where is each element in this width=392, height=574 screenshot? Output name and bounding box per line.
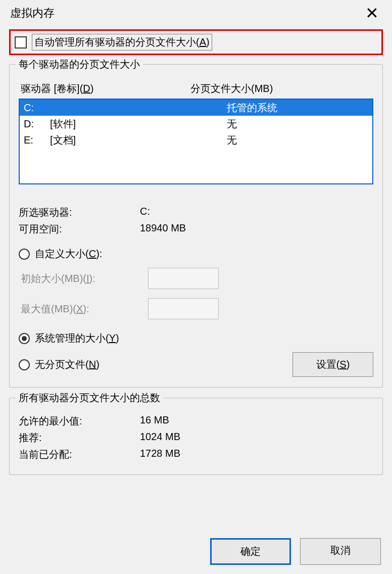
set-button[interactable]: 设置(S) <box>292 352 373 377</box>
radio-no-paging[interactable]: 无分页文件(N) <box>19 358 100 371</box>
drive-size: 无 <box>227 117 372 131</box>
drive-size: 无 <box>227 133 372 147</box>
drive-row-c[interactable]: C: 托管的系统 <box>20 100 372 116</box>
radio-custom-label: 自定义大小(C): <box>35 247 102 261</box>
allocated-row: 当前已分配: 1728 MB <box>19 448 373 461</box>
free-space-label: 可用空间: <box>19 222 140 236</box>
drive-row-e[interactable]: E: [文档] 无 <box>20 132 372 148</box>
drive-letter: D: <box>20 118 50 130</box>
radio-custom-size[interactable]: 自定义大小(C): <box>19 247 373 261</box>
radio-system-label: 系统管理的大小(Y) <box>35 331 119 345</box>
header-drive: 驱动器 [卷标](D) <box>19 82 190 95</box>
drive-label: [软件] <box>50 117 227 131</box>
radio-none-label: 无分页文件(N) <box>35 358 100 371</box>
min-allowed-row: 允许的最小值: 16 MB <box>19 414 373 428</box>
header-size: 分页文件大小(MB) <box>190 82 373 95</box>
per-drive-legend: 每个驱动器的分页文件大小 <box>16 58 143 71</box>
totals-legend: 所有驱动器分页文件大小的总数 <box>16 391 163 405</box>
drive-letter: E: <box>20 134 50 146</box>
recommended-row: 推荐: 1024 MB <box>19 431 373 445</box>
ok-button[interactable]: 确定 <box>210 538 291 565</box>
recommended-label: 推荐: <box>19 431 140 445</box>
totals-group: 所有驱动器分页文件大小的总数 允许的最小值: 16 MB 推荐: 1024 MB… <box>9 398 383 475</box>
selected-drive-label: 所选驱动器: <box>19 206 140 219</box>
drive-listbox[interactable]: C: 托管的系统 D: [软件] 无 E: [文档] 无 <box>19 99 373 184</box>
virtual-memory-dialog: 虚拟内存 ✕ 自动管理所有驱动器的分页文件大小(A) 每个驱动器的分页文件大小 … <box>0 0 392 574</box>
auto-manage-highlight: 自动管理所有驱动器的分页文件大小(A) <box>9 29 383 55</box>
allocated-value: 1728 MB <box>140 448 373 461</box>
recommended-value: 1024 MB <box>140 431 373 445</box>
dialog-button-row: 确定 取消 <box>210 538 381 565</box>
drive-row-d[interactable]: D: [软件] 无 <box>20 116 372 132</box>
initial-size-label: 初始大小(MB)(I): <box>19 272 148 285</box>
radio-icon <box>19 333 30 344</box>
max-size-row: 最大值(MB)(X): <box>19 298 373 319</box>
cancel-button[interactable]: 取消 <box>300 538 381 565</box>
title-bar: 虚拟内存 ✕ <box>0 0 392 24</box>
selected-drive-value: C: <box>140 206 373 219</box>
min-allowed-label: 允许的最小值: <box>19 414 140 428</box>
selected-drive-row: 所选驱动器: C: <box>19 206 373 219</box>
drive-label: [文档] <box>50 133 227 147</box>
initial-size-row: 初始大小(MB)(I): <box>19 268 373 289</box>
radio-icon <box>19 359 30 370</box>
close-icon[interactable]: ✕ <box>360 5 384 21</box>
min-allowed-value: 16 MB <box>140 414 373 428</box>
free-space-row: 可用空间: 18940 MB <box>19 222 373 236</box>
free-space-value: 18940 MB <box>140 222 373 236</box>
drive-letter: C: <box>20 102 50 114</box>
window-title: 虚拟内存 <box>10 6 55 21</box>
max-size-label: 最大值(MB)(X): <box>19 302 148 316</box>
dialog-content: 自动管理所有驱动器的分页文件大小(A) 每个驱动器的分页文件大小 驱动器 [卷标… <box>0 24 392 475</box>
drive-size: 托管的系统 <box>227 101 372 115</box>
radio-icon <box>19 249 30 260</box>
drive-list-header: 驱动器 [卷标](D) 分页文件大小(MB) <box>19 82 373 95</box>
per-drive-group: 每个驱动器的分页文件大小 驱动器 [卷标](D) 分页文件大小(MB) C: 托… <box>9 64 383 388</box>
auto-manage-label: 自动管理所有驱动器的分页文件大小(A) <box>32 34 212 51</box>
max-size-input <box>148 298 219 319</box>
initial-size-input <box>148 268 219 289</box>
radio-system-managed[interactable]: 系统管理的大小(Y) <box>19 331 373 345</box>
auto-manage-checkbox[interactable] <box>15 36 27 49</box>
allocated-label: 当前已分配: <box>19 448 140 461</box>
